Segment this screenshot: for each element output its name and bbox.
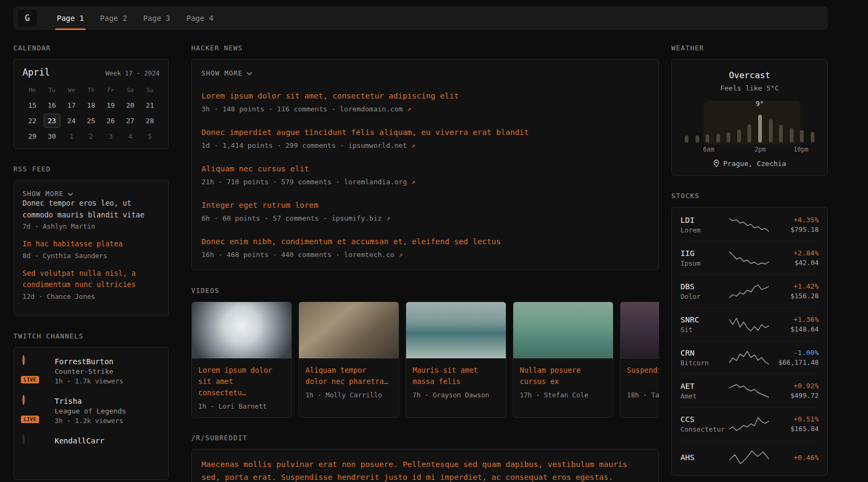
hn-show-more-button[interactable]: SHOW MORE: [201, 64, 252, 84]
hn-source-link[interactable]: ipsumify.biz ↗: [332, 214, 391, 222]
calendar-day-of-week: Mo: [29, 83, 36, 97]
twitch-channel[interactable]: LIVE Trisha League of Legends 3h · 1.2k …: [23, 396, 160, 425]
subreddit-widget: Maecenas mollis pulvinar erat non posuer…: [191, 449, 659, 482]
reddit-post: Maecenas mollis pulvinar erat non posuer…: [201, 458, 649, 482]
calendar-day: 16: [43, 98, 61, 112]
hn-source-link[interactable]: loremdomain.com ↗: [340, 105, 411, 113]
hn-story-link[interactable]: Lorem ipsum dolor sit amet, consectetur …: [201, 91, 649, 102]
stock-identity: AHS: [680, 453, 729, 462]
hn-source-domain: ipsumify.biz: [332, 214, 382, 222]
stock-row: LDI Lorem +4.35% $795.18: [680, 208, 819, 242]
stock-change: +1.42%: [769, 282, 819, 290]
stock-row: CCS Consectetur +0.51% $165.84: [680, 408, 819, 441]
rss-article-link[interactable]: Donec tempor eros leo, ut commodo mauris…: [23, 198, 160, 221]
stock-values: +4.35% $795.18: [769, 216, 819, 234]
stock-row: AHS +0.46%: [680, 441, 819, 474]
hn-source-domain: loremdomain.com: [340, 105, 402, 113]
chevron-down-icon: [68, 192, 73, 196]
calendar-section-title: CALENDAR: [13, 44, 169, 52]
channel-avatar: LIVE: [23, 356, 47, 381]
calendar-section: CALENDAR April Week 17 · 2024 Mo Tu We: [13, 44, 169, 149]
video-title: Mauris sit amet massa felis: [413, 365, 499, 387]
stock-identity: IIG Ipsum: [680, 249, 729, 267]
video-meta: 17h · Stefan Cole: [520, 391, 607, 399]
stock-row: CRN Bitcorn -1.00% $66,171.48: [680, 341, 819, 374]
video-meta: 1h · Lori Barnett: [198, 402, 285, 410]
video-meta: 18h · Tara: [627, 391, 659, 399]
stock-price: $499.72: [769, 391, 819, 400]
reddit-post-link[interactable]: Maecenas mollis pulvinar erat non posuer…: [201, 458, 649, 482]
video-body: Suspendisse diam 18h · Tara: [620, 359, 659, 406]
channel-game: League of Legends: [55, 407, 126, 415]
stock-name: Consectetur: [680, 425, 729, 433]
calendar-day: 15: [24, 98, 41, 112]
hn-source-link[interactable]: ipsumworld.net ↗: [348, 141, 415, 149]
video-title: Nullam posuere cursus ex: [520, 365, 607, 387]
video-card[interactable]: Lorem ipsum dolor sit amet consectetu… 1…: [191, 302, 292, 418]
video-card[interactable]: Mauris sit amet massa felis 7h · Grayson…: [406, 302, 506, 418]
calendar-week-label: Week 17 · 2024: [106, 70, 160, 77]
stock-symbol: CRN: [680, 349, 729, 357]
hn-item: Aliquam nec cursus elit 21h · 710 points…: [201, 156, 649, 193]
calendar-day: 25: [83, 114, 100, 128]
calendar-day: 2: [83, 129, 100, 144]
weather-time-label: 2pm: [754, 146, 766, 153]
rss-section: RSS FEED SHOW MORE Donec tempor eros leo…: [13, 165, 169, 316]
hn-meta: 16h · 468 points · 440 comments · loremt…: [201, 251, 649, 259]
calendar-day: 1: [63, 129, 80, 144]
hn-meta: 21h · 710 points · 579 comments · loreml…: [201, 178, 649, 186]
rss-meta: 8d · Cynthia Saunders: [23, 252, 160, 260]
page-tab[interactable]: Page 1: [49, 6, 92, 30]
hn-story-link[interactable]: Aliquam nec cursus elit: [201, 163, 649, 175]
calendar-day-of-week: Su: [146, 83, 153, 97]
rss-meta: 12d · Chance Jones: [23, 292, 160, 300]
hn-story-link[interactable]: Donec enim nibh, condimentum et accumsan…: [201, 236, 649, 247]
calendar-day: 3: [102, 129, 119, 144]
page-tab-label: Page 3: [143, 14, 170, 22]
rss-article-link[interactable]: In hac habitasse platea: [23, 238, 160, 250]
page-tab[interactable]: Page 4: [178, 6, 222, 30]
twitch-channel[interactable]: LIVE ForrestBurton Counter-Strike 1h · 1…: [23, 356, 160, 385]
hn-story-link[interactable]: Donec imperdiet augue tincidunt felis al…: [201, 127, 649, 138]
video-card[interactable]: Suspendisse diam 18h · Tara: [620, 302, 659, 418]
page-tab[interactable]: Page 2: [92, 6, 136, 30]
stock-sparkline: [729, 217, 769, 233]
stocks-section: STOCKS LDI Lorem +4.35% $795.18: [671, 192, 828, 476]
twitch-section-title: TWITCH CHANNELS: [13, 332, 169, 340]
weather-location: Prague, Czechia: [680, 160, 819, 168]
hn-source-link[interactable]: loremtech.co ↗: [344, 251, 403, 259]
hn-source-link[interactable]: loremlandia.org ↗: [344, 178, 415, 186]
stock-values: +1.36% $148.64: [769, 315, 819, 333]
video-card[interactable]: Aliquam tempor dolor nec pharetra… 1h · …: [298, 302, 399, 418]
channel-info: ForrestBurton Counter-Strike 1h · 1.7k v…: [55, 356, 123, 385]
hn-meta-text: 6h · 60 points · 57 comments ·: [201, 214, 332, 222]
avatar: [23, 355, 25, 365]
hn-story-link[interactable]: Integer eget rutrum lorem: [201, 200, 649, 211]
page-tab-label: Page 2: [100, 14, 128, 22]
twitch-channel[interactable]: KendallCarr: [23, 435, 160, 460]
weather-chart: 9° 6am 2pm 10pm: [684, 100, 815, 153]
stock-symbol: AHS: [680, 453, 729, 462]
video-card[interactable]: Nullam posuere cursus ex 17h · Stefan Co…: [513, 302, 613, 418]
stock-identity: AET Amet: [680, 382, 729, 400]
page-tabs: Page 1 Page 2 Page 3 Page 4: [49, 6, 221, 30]
video-thumbnail: [299, 302, 399, 359]
weather-time-label: 6am: [703, 146, 714, 153]
rss-item: Sed volutpat nulla nisl, a condimentum n…: [23, 268, 160, 300]
app-logo[interactable]: G: [18, 10, 37, 27]
stock-symbol: SNRC: [680, 315, 729, 324]
stock-identity: CRN Bitcorn: [680, 349, 729, 367]
rss-show-more-button[interactable]: SHOW MORE: [23, 190, 73, 198]
avatar: [23, 434, 25, 445]
calendar-day: 23: [43, 114, 61, 128]
rss-article-link[interactable]: Sed volutpat nulla nisl, a condimentum n…: [23, 268, 160, 291]
channel-name: KendallCarr: [55, 436, 104, 445]
stock-sparkline: [729, 317, 769, 333]
stock-name: Amet: [680, 392, 729, 400]
weather-widget: Overcast Feels like 5°C 9° 6am 2pm 10pm …: [671, 59, 828, 176]
rss-meta: 7d · Ashlyn Martin: [23, 222, 160, 230]
page-tab[interactable]: Page 3: [135, 6, 178, 30]
external-link-icon: ↗: [407, 105, 411, 113]
video-body: Nullam posuere cursus ex 17h · Stefan Co…: [513, 359, 613, 406]
hn-meta-text: 16h · 468 points · 440 comments ·: [201, 251, 344, 259]
